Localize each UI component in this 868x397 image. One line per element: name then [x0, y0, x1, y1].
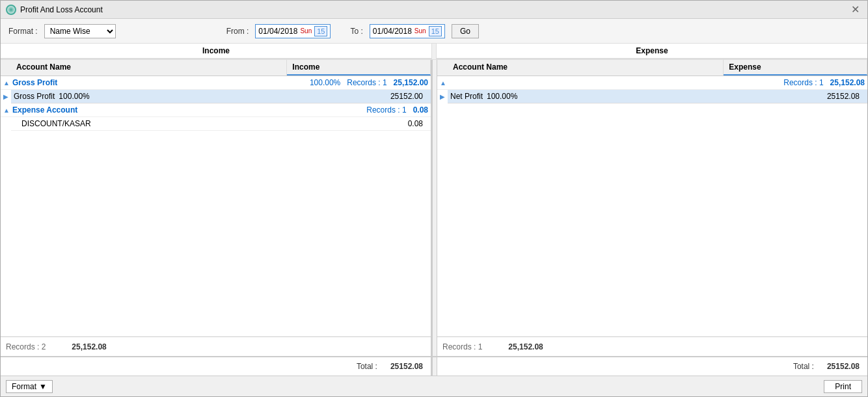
- format-select[interactable]: Name Wise Group Wise: [44, 24, 116, 38]
- net-profit-group-amount: 25,152.08: [830, 78, 865, 87]
- from-date-value: 01/04/2018: [258, 27, 297, 36]
- income-account-col-header: Account Name: [11, 60, 287, 75]
- from-date-input[interactable]: 01/04/2018 Sun 15: [255, 24, 331, 38]
- discount-kasar-amount: 0.08: [408, 119, 428, 128]
- format-button-label: Format: [12, 382, 36, 391]
- toolbar: Format : Name Wise Group Wise From : 01/…: [1, 19, 867, 44]
- expense-col-headers: Account Name Expense: [437, 60, 867, 76]
- income-panel: Account Name Income ▲ Gross Profit 100.0…: [1, 60, 432, 356]
- format-button[interactable]: Format ▼: [6, 380, 53, 393]
- gross-profit-group-row[interactable]: ▲ Gross Profit 100.00% Records : 1 25,15…: [1, 76, 431, 90]
- gross-profit-nav-arrow[interactable]: ▶: [1, 93, 11, 100]
- go-button[interactable]: Go: [452, 24, 479, 38]
- to-label: To :: [350, 27, 362, 36]
- gross-profit-amount: 25,152.00: [394, 78, 428, 87]
- expense-account-group-name: Expense Account: [12, 105, 360, 115]
- format-dropdown-icon: ▼: [39, 382, 47, 391]
- expense-total-value: 25152.08: [827, 362, 860, 371]
- total-bar: Total : 25152.08 Total : 25152.08: [1, 356, 867, 376]
- net-profit-group-arrow[interactable]: ▲: [440, 79, 446, 87]
- gross-profit-group-name: Gross Profit: [12, 78, 306, 87]
- expense-data-area[interactable]: ▲ Records : 1 25,152.08 ▶ Net Profit 100…: [437, 76, 867, 336]
- net-profit-detail-amount: 25152.08: [827, 92, 865, 101]
- income-footer: Records : 2 25,152.08: [1, 336, 431, 356]
- net-profit-nav-arrow[interactable]: ▶: [437, 93, 448, 100]
- income-total-value: 25152.08: [390, 362, 423, 371]
- income-total: Total : 25152.08: [1, 357, 432, 376]
- net-profit-detail-pct: 100.00%: [487, 92, 517, 101]
- income-total-label: Total :: [357, 362, 377, 371]
- close-button[interactable]: ✕: [848, 3, 862, 16]
- format-label: Format :: [8, 27, 38, 36]
- discount-kasar-row: DISCOUNT/KASAR 0.08: [1, 117, 431, 131]
- bottom-bar: Format ▼ Print: [1, 376, 867, 396]
- expense-account-arrow[interactable]: ▲: [3, 107, 10, 114]
- expense-expense-col-header: Expense: [724, 60, 867, 75]
- net-profit-detail-row[interactable]: ▶ Net Profit 100.00% 25152.08: [437, 90, 867, 103]
- to-calendar-icon[interactable]: 15: [429, 26, 442, 36]
- from-calendar-icon[interactable]: 15: [314, 26, 327, 36]
- net-profit-records: Records : 1: [783, 78, 823, 87]
- gross-profit-detail-row[interactable]: ▶ Gross Profit 100.00% 25152.00: [1, 90, 431, 103]
- expense-footer-records: Records : 1: [442, 342, 482, 351]
- to-date-value: 01/04/2018: [373, 27, 412, 36]
- income-panel-header: Income: [1, 44, 431, 59]
- net-profit-detail-name: Net Profit: [450, 92, 483, 101]
- income-income-col-header: Income: [287, 60, 431, 75]
- income-footer-amount: 25,152.08: [72, 342, 106, 351]
- to-day-value: Sun: [414, 27, 426, 34]
- gross-profit-arrow[interactable]: ▲: [3, 79, 10, 87]
- expense-total: Total : 25152.08: [437, 357, 867, 376]
- net-profit-group-row[interactable]: ▲ Records : 1 25,152.08: [437, 76, 867, 90]
- panel-headers: Income Expense: [1, 44, 867, 60]
- expense-panel: Account Name Expense ▲ Records : 1 25,15…: [437, 60, 867, 356]
- expense-account-group-row[interactable]: ▲ Expense Account Records : 1 0.08: [1, 103, 431, 117]
- gross-profit-detail[interactable]: Gross Profit 100.00% 25152.00: [11, 90, 431, 103]
- gross-profit-detail-name: Gross Profit: [14, 92, 55, 101]
- panel-divider: [431, 44, 437, 59]
- from-label: From :: [226, 27, 249, 36]
- gross-profit-records: Records : 1: [347, 78, 387, 87]
- title-bar-left: Profit And Loss Account: [6, 5, 103, 15]
- from-day-value: Sun: [300, 27, 312, 34]
- net-profit-detail[interactable]: Net Profit 100.00% 25152.08: [448, 90, 867, 103]
- total-divider: [432, 357, 437, 376]
- income-footer-records: Records : 2: [6, 342, 46, 351]
- gross-profit-detail-amount: 25152.00: [390, 92, 428, 101]
- expense-account-amount: 0.08: [413, 105, 428, 115]
- expense-account-records: Records : 1: [366, 105, 406, 115]
- gross-profit-detail-pct: 100.00%: [59, 92, 89, 101]
- app-icon: [6, 5, 16, 15]
- expense-footer-amount: 25,152.08: [508, 342, 543, 351]
- main-window: Profit And Loss Account ✕ Format : Name …: [0, 0, 868, 397]
- discount-kasar-name: DISCOUNT/KASAR: [21, 119, 91, 128]
- income-col-headers: Account Name Income: [1, 60, 431, 76]
- income-data-area[interactable]: ▲ Gross Profit 100.00% Records : 1 25,15…: [1, 76, 431, 336]
- window-title: Profit And Loss Account: [20, 5, 103, 14]
- expense-total-label: Total :: [793, 362, 814, 371]
- expense-account-col-header: Account Name: [448, 60, 724, 75]
- print-button[interactable]: Print: [824, 380, 862, 393]
- main-content: Account Name Income ▲ Gross Profit 100.0…: [1, 60, 867, 376]
- to-date-input[interactable]: 01/04/2018 Sun 15: [370, 24, 445, 38]
- gross-profit-pct: 100.00%: [310, 78, 340, 87]
- panel-divider: [432, 60, 437, 356]
- discount-kasar-detail: DISCOUNT/KASAR 0.08: [11, 117, 431, 131]
- expense-panel-header: Expense: [437, 44, 867, 59]
- expense-footer: Records : 1 25,152.08: [437, 336, 867, 356]
- title-bar: Profit And Loss Account ✕: [1, 1, 867, 19]
